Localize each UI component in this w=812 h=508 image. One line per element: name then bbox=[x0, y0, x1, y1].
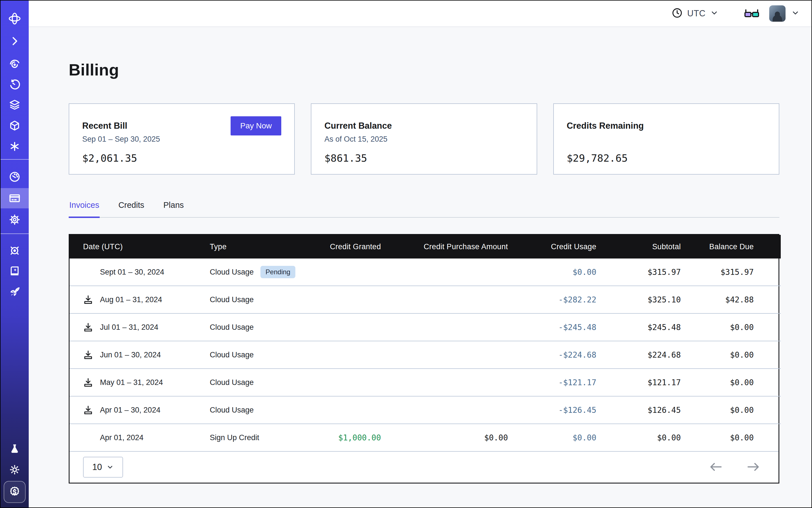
page-size-select[interactable]: 10 bbox=[83, 457, 123, 477]
invoice-type: Cloud Usage bbox=[210, 378, 254, 387]
user-avatar[interactable] bbox=[769, 5, 785, 22]
download-invoice-icon[interactable] bbox=[83, 349, 94, 361]
pay-now-button[interactable]: Pay Now bbox=[230, 116, 281, 135]
clock-icon bbox=[672, 7, 683, 20]
recent-bill-card: Recent Bill Sep 01 – Sep 30, 2025 $2,061… bbox=[69, 103, 295, 175]
status-badge: Pending bbox=[260, 266, 295, 278]
download-invoice-icon[interactable] bbox=[83, 405, 94, 416]
subtotal-value: $315.97 bbox=[596, 258, 681, 286]
balance-due-value: $0.00 bbox=[681, 341, 781, 369]
download-invoice-icon[interactable] bbox=[83, 322, 94, 333]
current-balance-card: Current Balance As of Oct 15, 2025 $861.… bbox=[311, 103, 537, 175]
invoice-row: Apr 01, 2024 Sign Up Credit $1,000.00 $0… bbox=[70, 424, 781, 451]
timezone-selector[interactable]: UTC bbox=[672, 7, 719, 20]
timezone-label: UTC bbox=[687, 8, 706, 18]
credit-granted-value bbox=[314, 341, 381, 369]
sidebar-divider bbox=[1, 159, 29, 160]
page-title: Billing bbox=[69, 27, 779, 79]
sidebar-divider bbox=[1, 234, 29, 234]
recent-bill-amount: $2,061.35 bbox=[82, 152, 281, 164]
invoice-date: Jun 01 – 30, 2024 bbox=[100, 350, 161, 359]
balance-due-value: $0.00 bbox=[681, 369, 781, 396]
tab-credits[interactable]: Credits bbox=[118, 201, 145, 218]
cube-icon[interactable] bbox=[1, 116, 29, 136]
credit-purchase-value bbox=[381, 341, 508, 369]
invoice-date: Aug 01 – 31, 2024 bbox=[100, 295, 162, 304]
column-credit-purchase-amount: Credit Purchase Amount bbox=[381, 235, 508, 258]
prev-page-button[interactable] bbox=[707, 460, 725, 475]
subtotal-value: $245.48 bbox=[596, 313, 681, 341]
reading-glasses-icon[interactable] bbox=[744, 7, 760, 20]
card-subtitle: As of Oct 15, 2025 bbox=[324, 135, 523, 144]
column-type: Type bbox=[210, 235, 314, 258]
layers-icon[interactable] bbox=[1, 95, 29, 115]
invoice-row: Aug 01 – 31, 2024 Cloud Usage -$282.22 $… bbox=[70, 286, 781, 313]
balance-due-value: $0.00 bbox=[681, 313, 781, 341]
invoice-type: Cloud Usage bbox=[210, 295, 254, 304]
docs-book-icon[interactable] bbox=[1, 261, 29, 281]
sun-icon[interactable] bbox=[1, 460, 29, 480]
invoice-type: Cloud Usage bbox=[210, 323, 254, 332]
billing-tabs: Invoices Credits Plans bbox=[69, 201, 779, 218]
topbar: UTC bbox=[29, 1, 811, 27]
invoice-row: May 01 – 31, 2024 Cloud Usage -$121.17 $… bbox=[70, 369, 781, 396]
credit-purchase-value bbox=[381, 369, 508, 396]
next-page-button[interactable] bbox=[744, 460, 762, 475]
column-subtotal: Subtotal bbox=[596, 235, 681, 258]
arrow-right-icon bbox=[746, 462, 760, 472]
orbit-logo-icon[interactable] bbox=[1, 8, 29, 29]
observe-spiral-icon[interactable] bbox=[1, 54, 29, 74]
table-header-row: Date (UTC) Type Credit Granted Credit Pu… bbox=[70, 235, 781, 258]
rocket-icon[interactable] bbox=[1, 282, 29, 302]
asterisk-icon[interactable] bbox=[1, 136, 29, 157]
invoice-row: Sept 01 – 30, 2024 Cloud Usage Pending $… bbox=[70, 258, 781, 286]
invoice-row: Jun 01 – 30, 2024 Cloud Usage -$224.68 $… bbox=[70, 341, 781, 369]
card-subtitle bbox=[567, 135, 766, 144]
credits-remaining-card: Credits Remaining $29,782.65 bbox=[553, 103, 779, 175]
summary-cards: Recent Bill Sep 01 – Sep 30, 2025 $2,061… bbox=[69, 103, 779, 175]
credit-purchase-value bbox=[381, 258, 508, 286]
credit-granted-value bbox=[314, 286, 381, 313]
download-invoice-icon[interactable] bbox=[83, 294, 94, 305]
history-clock-icon[interactable] bbox=[1, 74, 29, 95]
current-balance-amount: $861.35 bbox=[324, 152, 523, 164]
flask-icon[interactable] bbox=[1, 439, 29, 459]
tab-invoices[interactable]: Invoices bbox=[69, 201, 100, 218]
credit-usage-value: $0.00 bbox=[508, 424, 596, 451]
tab-plans[interactable]: Plans bbox=[163, 201, 184, 218]
main-content: Billing Recent Bill Sep 01 – Sep 30, 202… bbox=[29, 27, 811, 507]
sidebar-item-billing[interactable] bbox=[1, 188, 29, 208]
invoice-table-body: Sept 01 – 30, 2024 Cloud Usage Pending $… bbox=[70, 258, 781, 451]
column-date: Date (UTC) bbox=[70, 235, 210, 258]
chevron-down-icon bbox=[106, 464, 114, 471]
subtotal-value: $126.45 bbox=[596, 396, 681, 424]
helm-wheel-icon[interactable] bbox=[1, 241, 29, 261]
invoice-date: Apr 01, 2024 bbox=[100, 433, 143, 442]
subtotal-value: $0.00 bbox=[596, 424, 681, 451]
chevron-right-icon[interactable] bbox=[1, 31, 29, 51]
card-title: Current Balance bbox=[324, 121, 523, 131]
card-subtitle: Sep 01 – Sep 30, 2025 bbox=[82, 135, 281, 144]
credit-purchase-value bbox=[381, 313, 508, 341]
credit-usage-value: -$121.17 bbox=[508, 369, 596, 396]
download-invoice-icon[interactable] bbox=[83, 377, 94, 388]
chevron-down-icon[interactable] bbox=[791, 9, 800, 18]
credit-granted-value bbox=[314, 369, 381, 396]
credit-usage-value: -$224.68 bbox=[508, 341, 596, 369]
subtotal-value: $224.68 bbox=[596, 341, 681, 369]
gauge-icon[interactable] bbox=[1, 167, 29, 187]
credit-granted-value bbox=[314, 313, 381, 341]
invoices-table: Date (UTC) Type Credit Granted Credit Pu… bbox=[69, 234, 779, 483]
subtotal-value: $325.10 bbox=[596, 286, 681, 313]
app-screen: UTC Billing Recent Bill bbox=[0, 0, 812, 508]
column-balance-due: Balance Due bbox=[681, 235, 781, 258]
dollar-badge-button[interactable] bbox=[4, 481, 26, 503]
credit-granted-value: $1,000.00 bbox=[314, 424, 381, 451]
balance-due-value: $0.00 bbox=[681, 396, 781, 424]
settings-gear-icon[interactable] bbox=[1, 210, 29, 230]
balance-due-value: $315.97 bbox=[681, 258, 781, 286]
invoice-type: Cloud Usage bbox=[210, 268, 254, 277]
card-title: Credits Remaining bbox=[567, 121, 766, 131]
invoice-type: Cloud Usage bbox=[210, 406, 254, 415]
credit-granted-value bbox=[314, 396, 381, 424]
